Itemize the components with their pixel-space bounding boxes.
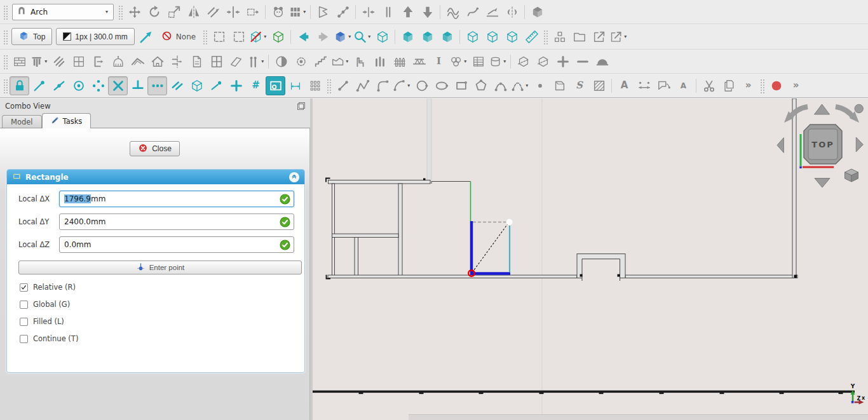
draft-downgrade-button[interactable] bbox=[417, 3, 437, 22]
nav-arrow-left[interactable] bbox=[777, 138, 783, 153]
arch-axis-system-button[interactable] bbox=[291, 52, 311, 71]
draft-move-button[interactable] bbox=[125, 3, 144, 22]
float-panel-icon[interactable] bbox=[297, 102, 305, 110]
enter-point-button[interactable]: Enter point bbox=[18, 261, 302, 274]
toolbar-grip[interactable] bbox=[3, 54, 8, 69]
chevron-down-icon[interactable]: ▾ bbox=[406, 83, 411, 88]
chevron-down-icon[interactable]: ▾ bbox=[302, 9, 307, 15]
autogroup-button[interactable]: None bbox=[156, 30, 201, 43]
arch-section-plane-button[interactable] bbox=[167, 52, 187, 71]
filled-checkbox[interactable] bbox=[20, 318, 28, 326]
arch-structure-button[interactable]: ▾ bbox=[29, 52, 49, 71]
view-rear-button[interactable] bbox=[463, 27, 482, 46]
draft-dimension-button[interactable] bbox=[634, 76, 654, 95]
chevron-down-icon[interactable]: ▾ bbox=[623, 34, 628, 39]
draft-mirror-button[interactable] bbox=[184, 3, 203, 22]
draft-bezier-button[interactable]: ▾ bbox=[510, 76, 530, 95]
nav-arrow-down[interactable] bbox=[815, 179, 830, 188]
arch-pipe-connector-button[interactable]: ▾ bbox=[488, 52, 508, 71]
draft-scale-button[interactable] bbox=[164, 3, 184, 22]
arch-roof-button[interactable] bbox=[128, 52, 147, 71]
workbench-selector[interactable]: Arch▾ bbox=[12, 4, 114, 20]
snap-working-plane-button[interactable] bbox=[266, 76, 285, 95]
draft-upgrade-button[interactable] bbox=[398, 3, 417, 22]
chevron-down-icon[interactable]: ▾ bbox=[524, 83, 529, 88]
draft-arc-button[interactable]: ▾ bbox=[392, 76, 412, 95]
tab-model[interactable]: Model bbox=[2, 115, 42, 128]
relative-checkbox[interactable] bbox=[20, 283, 28, 292]
draft-wire-button[interactable] bbox=[353, 76, 372, 95]
arch-remove-component-button[interactable] bbox=[573, 52, 592, 71]
chevron-down-icon[interactable]: ▾ bbox=[43, 58, 48, 64]
nav-arrow-right[interactable] bbox=[856, 137, 863, 152]
chevron-down-icon[interactable]: ▾ bbox=[367, 34, 372, 39]
copy-button[interactable] bbox=[719, 76, 738, 95]
chevron-down-icon[interactable]: ▾ bbox=[262, 34, 268, 39]
nav-arrow-up[interactable] bbox=[815, 104, 830, 114]
arch-equipment-button[interactable] bbox=[350, 52, 370, 71]
chevron-down-icon[interactable]: ▾ bbox=[463, 58, 468, 64]
arch-space-button[interactable] bbox=[88, 52, 108, 71]
draft-subelement-highlight-button[interactable] bbox=[333, 3, 353, 22]
wall-right-vertical[interactable] bbox=[792, 98, 796, 278]
snap-extension-button[interactable] bbox=[147, 76, 167, 95]
draft-point-button[interactable] bbox=[530, 76, 550, 95]
snap-parallel-button[interactable] bbox=[167, 76, 187, 95]
chevron-down-icon[interactable]: ▾ bbox=[260, 58, 265, 64]
view-front-button[interactable] bbox=[398, 27, 417, 46]
wall-baseline-right[interactable] bbox=[625, 275, 797, 278]
chevron-down-icon[interactable]: ▾ bbox=[344, 58, 349, 64]
toolbar-grip[interactable] bbox=[759, 78, 765, 93]
chevron-down-icon[interactable]: ▾ bbox=[502, 58, 507, 64]
measure-distance-button[interactable] bbox=[522, 27, 541, 46]
snap-perpendicular-button[interactable] bbox=[128, 76, 147, 95]
nav-forward-button[interactable] bbox=[313, 27, 333, 46]
draft-circle-button[interactable] bbox=[412, 76, 431, 95]
draft-clone-button[interactable] bbox=[268, 3, 288, 22]
draft-bspline-button[interactable] bbox=[491, 76, 510, 95]
arch-curtain-wall-button[interactable] bbox=[69, 52, 88, 71]
arch-schedule-button[interactable] bbox=[468, 52, 488, 71]
snap-toggle-button[interactable]: ▾ bbox=[248, 27, 268, 46]
nav-circle-button[interactable] bbox=[855, 104, 863, 112]
wall-interior-lower[interactable] bbox=[355, 238, 358, 276]
draft-shape-2d-view-button[interactable] bbox=[527, 3, 547, 22]
arch-material-button[interactable]: ▾ bbox=[449, 52, 468, 71]
link-navigate-button[interactable]: ▾ bbox=[333, 27, 353, 46]
annotation-styles-button[interactable]: A bbox=[674, 76, 693, 95]
wall-interior-horizontal[interactable] bbox=[332, 234, 399, 238]
floor-plan[interactable] bbox=[328, 98, 797, 278]
arch-truss-button[interactable] bbox=[409, 52, 429, 71]
arch-add-component-button[interactable] bbox=[553, 52, 573, 71]
toolbar-overflow-button[interactable]: » bbox=[738, 76, 758, 95]
arch-stairs-button[interactable] bbox=[311, 52, 330, 71]
chevron-down-icon[interactable]: ▾ bbox=[347, 34, 352, 39]
draft-slope-button[interactable] bbox=[482, 3, 502, 22]
draft-trimex-button[interactable] bbox=[223, 3, 243, 22]
local-dz-input[interactable]: 0.0 mm bbox=[59, 236, 294, 253]
toolbar-grip[interactable] bbox=[543, 29, 548, 44]
draft-offset-button[interactable] bbox=[203, 3, 223, 22]
arch-pipe-button[interactable]: ▾ bbox=[246, 52, 266, 71]
collapse-section-button[interactable] bbox=[289, 172, 299, 182]
open-folder-button[interactable] bbox=[569, 27, 589, 46]
snap-center-button[interactable] bbox=[69, 76, 88, 95]
wall-top[interactable] bbox=[329, 180, 431, 184]
snap-near-button[interactable] bbox=[207, 76, 226, 95]
draft-text-button[interactable]: A bbox=[614, 76, 634, 95]
toolbar-grip[interactable] bbox=[3, 29, 8, 44]
snap-intersection-button[interactable] bbox=[108, 76, 128, 95]
arch-project-button[interactable] bbox=[108, 52, 128, 71]
draft-polygon-button[interactable] bbox=[471, 76, 491, 95]
draft-ellipse-button[interactable] bbox=[431, 76, 451, 95]
arch-reference-button[interactable] bbox=[187, 52, 207, 71]
view-top-button[interactable] bbox=[417, 27, 437, 46]
draft-stretch-button[interactable] bbox=[243, 3, 262, 22]
close-button[interactable]: Close bbox=[130, 141, 180, 156]
nav-back-button[interactable] bbox=[294, 27, 313, 46]
snap-angle-button[interactable] bbox=[88, 76, 108, 95]
draft-array-button[interactable]: ▾ bbox=[288, 3, 308, 22]
toolbar-grip[interactable] bbox=[326, 78, 332, 93]
toggle-grid-button[interactable] bbox=[305, 76, 325, 95]
arch-rebar-button[interactable] bbox=[49, 52, 69, 71]
